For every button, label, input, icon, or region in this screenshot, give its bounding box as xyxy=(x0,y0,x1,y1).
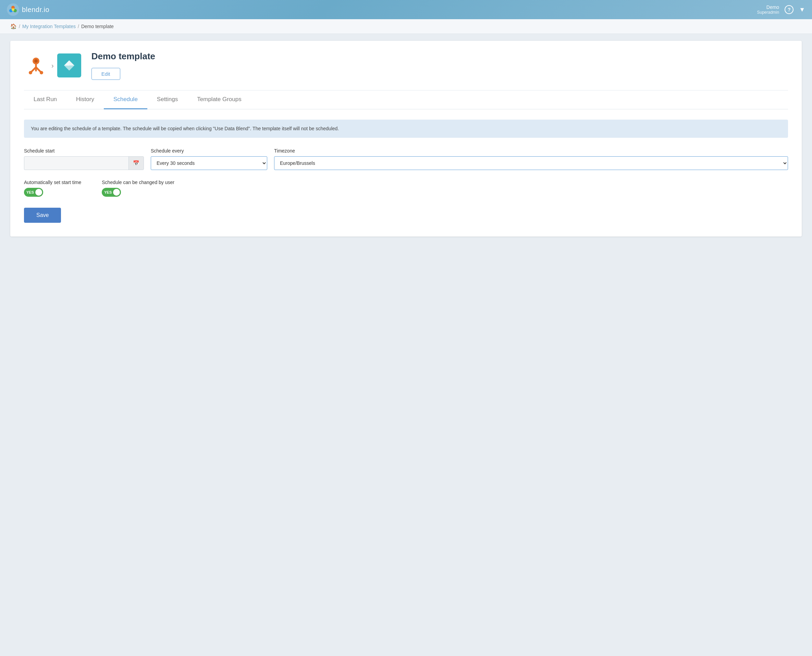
main-card: › Demo template Edit Last Run History xyxy=(10,41,802,237)
auto-start-toggle[interactable]: YES xyxy=(24,188,43,197)
app-header: blendr.io Demo Superadmin ? ▼ xyxy=(0,0,812,19)
tab-template-groups[interactable]: Template Groups xyxy=(187,90,251,109)
help-button[interactable]: ? xyxy=(784,5,793,14)
schedule-start-label: Schedule start xyxy=(24,148,144,153)
timezone-label: Timezone xyxy=(274,148,788,153)
tab-bar: Last Run History Schedule Settings Templ… xyxy=(24,90,788,109)
timezone-select[interactable]: Europe/Brussels UTC America/New_York Ame… xyxy=(274,156,788,170)
auto-start-toggle-wrap: YES xyxy=(24,188,81,197)
integration-arrow: › xyxy=(51,62,54,70)
breadcrumb-sep-2: / xyxy=(78,24,79,29)
edit-button[interactable]: Edit xyxy=(91,68,120,80)
logo-area: blendr.io xyxy=(7,3,49,16)
user-change-slider: YES xyxy=(102,188,121,197)
tab-schedule[interactable]: Schedule xyxy=(104,90,147,109)
user-change-group: Schedule can be changed by user YES xyxy=(102,179,174,197)
svg-point-6 xyxy=(34,59,38,63)
user-role: Superadmin xyxy=(757,10,779,15)
svg-point-11 xyxy=(40,71,43,74)
svg-point-4 xyxy=(12,8,14,11)
blendr-logo-icon xyxy=(7,3,19,16)
schedule-start-input-wrap: 📅 xyxy=(24,156,144,170)
breadcrumb: 🏠 / My Integration Templates / Demo temp… xyxy=(0,19,812,34)
breadcrumb-my-templates-link[interactable]: My Integration Templates xyxy=(22,24,76,29)
schedule-panel: You are editing the schedule of a templa… xyxy=(24,120,788,223)
schedule-every-select[interactable]: Every 30 seconds Every minute Every 5 mi… xyxy=(151,156,267,170)
save-button[interactable]: Save xyxy=(24,208,61,223)
calendar-button[interactable]: 📅 xyxy=(128,156,144,170)
svg-marker-14 xyxy=(64,60,69,66)
template-title-area: Demo template Edit xyxy=(91,51,788,80)
tab-history[interactable]: History xyxy=(66,90,104,109)
user-change-toggle[interactable]: YES xyxy=(102,188,121,197)
schedule-form-row: Schedule start 📅 Schedule every Every 30… xyxy=(24,148,788,170)
svg-marker-13 xyxy=(64,65,74,71)
auto-start-slider: YES xyxy=(24,188,43,197)
schedule-every-label: Schedule every xyxy=(151,148,267,153)
timezone-group: Timezone Europe/Brussels UTC America/New… xyxy=(274,148,788,170)
template-title: Demo template xyxy=(91,51,788,62)
tab-settings[interactable]: Settings xyxy=(147,90,187,109)
main-content: › Demo template Edit Last Run History xyxy=(0,34,812,243)
toggle-row: Automatically set start time YES Schedul… xyxy=(24,179,788,197)
user-change-yes-label: YES xyxy=(104,190,112,194)
schedule-every-group: Schedule every Every 30 seconds Every mi… xyxy=(151,148,267,170)
schedule-info-box: You are editing the schedule of a templa… xyxy=(24,120,788,138)
schedule-start-group: Schedule start 📅 xyxy=(24,148,144,170)
user-name: Demo xyxy=(757,5,779,10)
svg-point-10 xyxy=(29,71,32,74)
hubspot-icon xyxy=(24,53,48,77)
schedule-start-input[interactable] xyxy=(24,157,128,169)
breadcrumb-sep-1: / xyxy=(19,24,20,29)
user-info: Demo Superadmin xyxy=(757,5,779,15)
auto-start-group: Automatically set start time YES xyxy=(24,179,81,197)
integration-logos: › xyxy=(24,53,81,77)
template-header: › Demo template Edit xyxy=(24,51,788,80)
breadcrumb-home-icon[interactable]: 🏠 xyxy=(10,23,17,29)
tab-last-run[interactable]: Last Run xyxy=(24,90,66,109)
breadcrumb-current-page: Demo template xyxy=(81,24,114,29)
user-change-label: Schedule can be changed by user xyxy=(102,179,174,185)
header-right: Demo Superadmin ? ▼ xyxy=(757,5,805,15)
user-change-toggle-wrap: YES xyxy=(102,188,174,197)
target-app-icon xyxy=(57,53,81,77)
logo-text: blendr.io xyxy=(22,6,49,14)
auto-start-label: Automatically set start time xyxy=(24,179,81,185)
header-dropdown-button[interactable]: ▼ xyxy=(799,6,805,13)
auto-start-yes-label: YES xyxy=(26,190,34,194)
